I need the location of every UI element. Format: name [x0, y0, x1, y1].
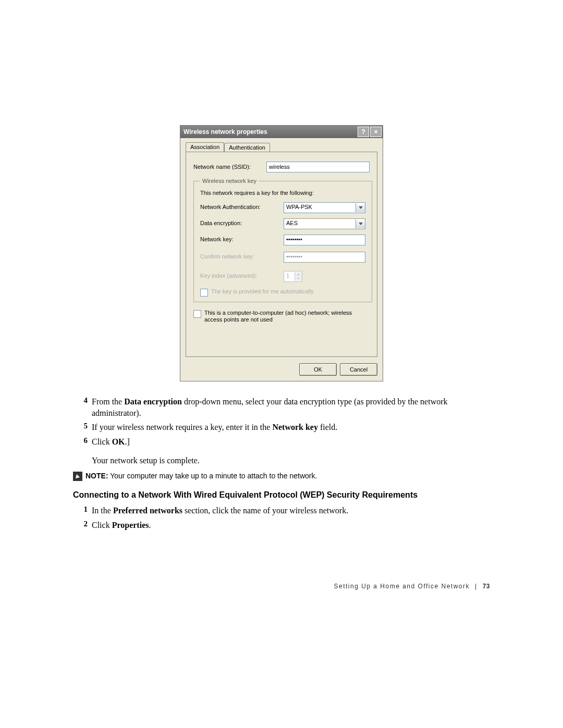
group-intro: This network requires a key for the foll…	[200, 190, 365, 196]
step-text: field.	[318, 423, 337, 431]
note-text: Your computer may take up to a minute to…	[108, 472, 317, 480]
step-text: Click	[92, 521, 112, 529]
step-bold: Properties	[112, 521, 149, 529]
steps-list-2: 1 In the Preferred networks section, cli…	[73, 505, 490, 530]
step-text: Click	[92, 437, 112, 446]
data-encryption-select[interactable]: AES	[284, 218, 365, 229]
footer-page-number: 73	[483, 583, 490, 590]
step-1: 1 In the Preferred networks section, cli…	[73, 505, 490, 516]
step-number: 6	[73, 436, 88, 448]
ssid-input[interactable]: wireless	[266, 162, 370, 172]
network-auth-value: WPA-PSK	[284, 204, 356, 211]
step-2: 2 Click Properties.	[73, 520, 490, 531]
step-text: If your wireless network requires a key,…	[92, 423, 272, 431]
ok-button[interactable]: OK	[299, 363, 337, 376]
note-label: NOTE:	[85, 472, 108, 480]
step-6: 6 Click OK.]	[73, 436, 490, 448]
tab-association[interactable]: Association	[186, 142, 224, 152]
data-encryption-value: AES	[284, 220, 356, 227]
network-auth-label: Network Authentication:	[200, 204, 284, 211]
tab-panel-association: Network name (SSID): wireless Wireless n…	[186, 152, 377, 357]
ssid-label: Network name (SSID):	[193, 164, 266, 170]
network-key-label: Network key:	[200, 236, 284, 243]
wireless-properties-dialog: Wireless network properties ? × Associat…	[180, 125, 383, 381]
groupbox-legend: Wireless network key	[200, 178, 259, 184]
step-text: .	[149, 521, 151, 529]
chevron-down-icon	[356, 219, 365, 228]
spinner-down-icon[interactable]: ▼	[295, 276, 302, 281]
step-4: 4 From the Data encryption drop-down men…	[73, 396, 490, 418]
dialog-titlebar: Wireless network properties ? ×	[180, 126, 383, 138]
adhoc-checkbox[interactable]	[193, 310, 201, 318]
note-icon	[73, 472, 82, 481]
step-number: 2	[73, 520, 88, 531]
titlebar-close-button[interactable]: ×	[370, 127, 382, 137]
step-text: section, click the name of your wireless…	[182, 506, 348, 515]
step-bold: Preferred networks	[113, 506, 182, 515]
auto-key-label: The key is provided for me automatically	[211, 288, 314, 295]
note-block: NOTE: Your computer may take up to a min…	[73, 471, 490, 481]
confirm-key-input[interactable]: ••••••••	[284, 252, 365, 263]
network-key-input[interactable]: ••••••••	[284, 235, 365, 245]
chevron-down-icon	[356, 203, 365, 212]
titlebar-help-button[interactable]: ?	[358, 127, 369, 137]
network-auth-select[interactable]: WPA-PSK	[284, 202, 365, 213]
wireless-key-groupbox: Wireless network key This network requir…	[193, 178, 372, 302]
step-number: 1	[73, 505, 88, 516]
step-text: .]	[125, 437, 130, 446]
step-bold: Data encryption	[124, 397, 182, 406]
dialog-title: Wireless network properties	[183, 128, 358, 135]
step-5: 5 If your wireless network requires a ke…	[73, 422, 490, 433]
tab-row: Association Authentication	[180, 138, 383, 152]
section-title: Connecting to a Network With Wired Equiv…	[73, 490, 490, 500]
auto-key-checkbox[interactable]	[200, 289, 208, 297]
footer-separator: |	[475, 583, 478, 590]
step-number: 5	[73, 422, 88, 433]
key-index-value: 1	[284, 273, 295, 279]
step-bold: OK	[112, 437, 125, 446]
step-number: 4	[73, 396, 88, 418]
footer-section-title: Setting Up a Home and Office Network	[334, 583, 470, 590]
tab-authentication[interactable]: Authentication	[224, 143, 270, 152]
key-index-label: Key index (advanced):	[200, 273, 284, 279]
confirm-key-label: Confirm network key:	[200, 253, 284, 260]
data-encryption-label: Data encryption:	[200, 220, 284, 227]
spinner-up-icon[interactable]: ▲	[295, 272, 302, 277]
key-index-spinner[interactable]: 1 ▲ ▼	[284, 271, 302, 282]
step-bold: Network key	[272, 423, 318, 431]
step-text: From the	[92, 397, 124, 406]
step-text: In the	[92, 506, 113, 515]
followup-text: Your network setup is complete.	[92, 455, 490, 466]
spinner-arrows[interactable]: ▲ ▼	[295, 272, 302, 281]
steps-list-1: 4 From the Data encryption drop-down men…	[73, 396, 490, 447]
adhoc-label: This is a computer-to-computer (ad hoc) …	[204, 310, 370, 323]
cancel-button[interactable]: Cancel	[340, 363, 377, 376]
page-footer: Setting Up a Home and Office Network | 7…	[73, 583, 490, 590]
